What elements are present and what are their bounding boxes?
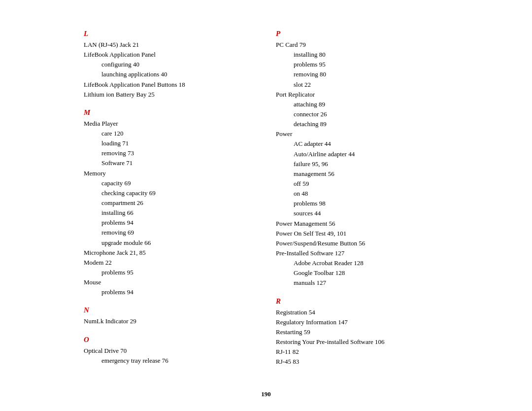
index-entry: Restarting 59 <box>276 327 448 337</box>
index-entry: removing 69 <box>84 228 256 238</box>
index-entry: sources 44 <box>276 208 448 218</box>
index-entry: installing 80 <box>276 50 448 60</box>
index-entry: checking capacity 69 <box>84 188 256 198</box>
section-letter: P <box>276 30 448 38</box>
index-entry: RJ-45 83 <box>276 357 448 367</box>
index-entry: detaching 89 <box>276 119 448 129</box>
index-entry: compartment 26 <box>84 198 256 208</box>
index-entry: connector 26 <box>276 109 448 119</box>
index-entry: removing 73 <box>84 148 256 158</box>
index-entry: LifeBook Application Panel Buttons 18 <box>84 80 256 90</box>
section-letter: L <box>84 30 256 38</box>
index-section: OOptical Drive 70emergency tray release … <box>84 336 256 366</box>
index-entry: manuals 127 <box>276 278 448 288</box>
section-letter: R <box>276 297 448 306</box>
index-entry: configuring 40 <box>84 60 256 69</box>
index-section: RRegistration 54Regulatory Information 1… <box>276 297 448 367</box>
index-entry: problems 98 <box>276 199 448 208</box>
index-entry: off 59 <box>276 179 448 189</box>
index-entry: LifeBook Application Panel <box>84 50 256 60</box>
index-section: PPC Card 79installing 80problems 95remov… <box>276 30 448 288</box>
index-section: LLAN (RJ-45) Jack 21LifeBook Application… <box>84 30 256 100</box>
index-entry: Media Player <box>84 119 256 129</box>
index-entry: Regulatory Information 147 <box>276 317 448 327</box>
index-entry: Modem 22 <box>84 258 256 268</box>
section-letter: N <box>84 306 256 314</box>
index-entry: on 48 <box>276 189 448 199</box>
index-entry: management 56 <box>276 169 448 179</box>
index-entry: Registration 54 <box>276 308 448 317</box>
index-entry: problems 94 <box>84 218 256 228</box>
index-entry: attaching 89 <box>276 100 448 109</box>
index-entry: failure 95, 96 <box>276 159 448 169</box>
index-entry: Restoring Your Pre-installed Software 10… <box>276 337 448 347</box>
index-entry: RJ-11 82 <box>276 347 448 357</box>
index-entry: Pre-Installed Software 127 <box>276 248 448 258</box>
index-entry: Power On Self Test 49, 101 <box>276 229 448 239</box>
index-entry: Software 71 <box>84 158 256 168</box>
index-entry: launching applications 40 <box>84 69 256 79</box>
index-entry: loading 71 <box>84 138 256 148</box>
index-entry: emergency tray release 76 <box>84 356 256 366</box>
index-entry: PC Card 79 <box>276 40 448 50</box>
index-entry: slot 22 <box>276 80 448 90</box>
index-columns: LLAN (RJ-45) Jack 21LifeBook Application… <box>84 30 448 376</box>
index-entry: installing 66 <box>84 208 256 218</box>
index-entry: problems 95 <box>84 268 256 277</box>
index-entry: problems 95 <box>276 60 448 69</box>
index-entry: Optical Drive 70 <box>84 346 256 356</box>
index-entry: LAN (RJ-45) Jack 21 <box>84 40 256 50</box>
index-entry: Microphone Jack 21, 85 <box>84 248 256 258</box>
index-entry: removing 80 <box>276 69 448 79</box>
index-entry: AC adapter 44 <box>276 139 448 149</box>
index-entry: Power <box>276 129 448 139</box>
section-letter: M <box>84 108 256 117</box>
page-number: 190 <box>84 390 448 398</box>
left-column: LLAN (RJ-45) Jack 21LifeBook Application… <box>84 30 256 376</box>
index-entry: Power Management 56 <box>276 219 448 229</box>
index-entry: Port Replicator <box>276 90 448 100</box>
page: LLAN (RJ-45) Jack 21LifeBook Application… <box>74 0 458 411</box>
index-entry: problems 94 <box>84 287 256 297</box>
index-entry: Memory <box>84 169 256 178</box>
index-entry: upgrade module 66 <box>84 238 256 248</box>
index-section: NNumLk Indicator 29 <box>84 306 256 326</box>
index-entry: Mouse <box>84 277 256 287</box>
index-entry: capacity 69 <box>84 178 256 188</box>
index-entry: NumLk Indicator 29 <box>84 316 256 326</box>
index-entry: Auto/Airline adapter 44 <box>276 149 448 159</box>
index-entry: Adobe Acrobat Reader 128 <box>276 258 448 268</box>
index-entry: Lithium ion Battery Bay 25 <box>84 90 256 100</box>
section-letter: O <box>84 336 256 344</box>
right-column: PPC Card 79installing 80problems 95remov… <box>276 30 448 376</box>
index-entry: care 120 <box>84 129 256 138</box>
index-section: MMedia Playercare 120loading 71removing … <box>84 108 256 298</box>
index-entry: Power/Suspend/Resume Button 56 <box>276 239 448 248</box>
index-entry: Google Toolbar 128 <box>276 268 448 278</box>
